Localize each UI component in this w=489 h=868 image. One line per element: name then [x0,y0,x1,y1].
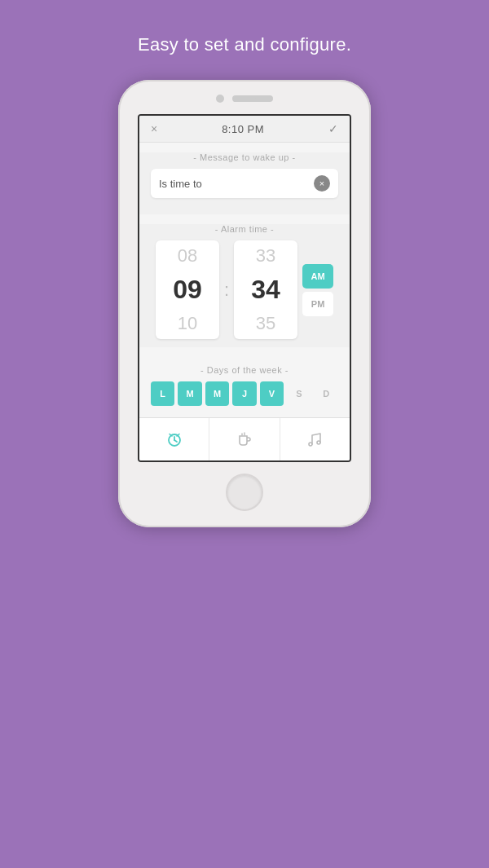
minutes-column[interactable]: 33 34 35 [234,240,297,339]
clear-button[interactable]: × [314,175,330,192]
minute-prev: 33 [234,240,297,271]
svg-point-7 [309,443,312,446]
day-J[interactable]: J [232,381,256,406]
ampm-column: AM PM [302,264,333,316]
tab-bar [139,417,350,460]
am-button[interactable]: AM [302,264,333,289]
alarm-time-label: - Alarm time - [139,224,350,234]
hour-next: 10 [156,308,219,339]
day-M1[interactable]: M [178,381,201,406]
hour-current: 09 [156,271,219,308]
page-tagline: Easy to set and configure. [138,34,351,55]
silent-switch [233,98,256,102]
day-L[interactable]: L [151,381,174,406]
minute-current: 34 [234,271,297,308]
days-label: - Days of the week - [151,365,338,375]
camera-icon [216,95,224,103]
time-separator: : [224,280,229,301]
minute-next: 35 [234,308,297,339]
hours-column[interactable]: 08 09 10 [156,240,219,339]
tab-alarm[interactable] [139,418,209,460]
coffee-icon [235,430,254,449]
pm-button[interactable]: PM [302,292,333,316]
message-label: - Message to wake up - [139,152,350,162]
phone-shell: × 8:10 PM ✓ - Message to wake up - Is ti… [118,80,371,527]
svg-line-2 [174,440,177,442]
status-time: 8:10 PM [222,123,264,135]
day-S[interactable]: S [287,381,311,406]
alarm-clock-icon [165,430,184,449]
svg-point-8 [317,441,320,444]
confirm-icon[interactable]: ✓ [328,122,338,135]
status-bar: × 8:10 PM ✓ [139,116,350,143]
phone-screen: × 8:10 PM ✓ - Message to wake up - Is ti… [138,114,351,462]
time-picker: 08 09 10 : 33 34 35 AM PM [139,240,350,339]
message-section: - Message to wake up - Is time to × [139,152,350,214]
alarm-time-section: - Alarm time - 08 09 10 : 33 34 35 AM [139,224,350,347]
tab-music[interactable] [280,418,350,460]
day-V[interactable]: V [260,381,284,406]
days-row: L M M J V S D [151,381,338,406]
day-M2[interactable]: M [205,381,229,406]
message-input-text: Is time to [159,178,314,190]
music-icon [305,430,324,449]
day-D[interactable]: D [315,381,338,406]
home-button[interactable] [226,474,263,511]
hour-prev: 08 [156,240,219,271]
close-icon[interactable]: × [151,122,157,135]
tab-coffee[interactable] [209,418,280,460]
days-section: - Days of the week - L M M J V S D [139,347,350,417]
message-input-wrap[interactable]: Is time to × [151,169,338,198]
